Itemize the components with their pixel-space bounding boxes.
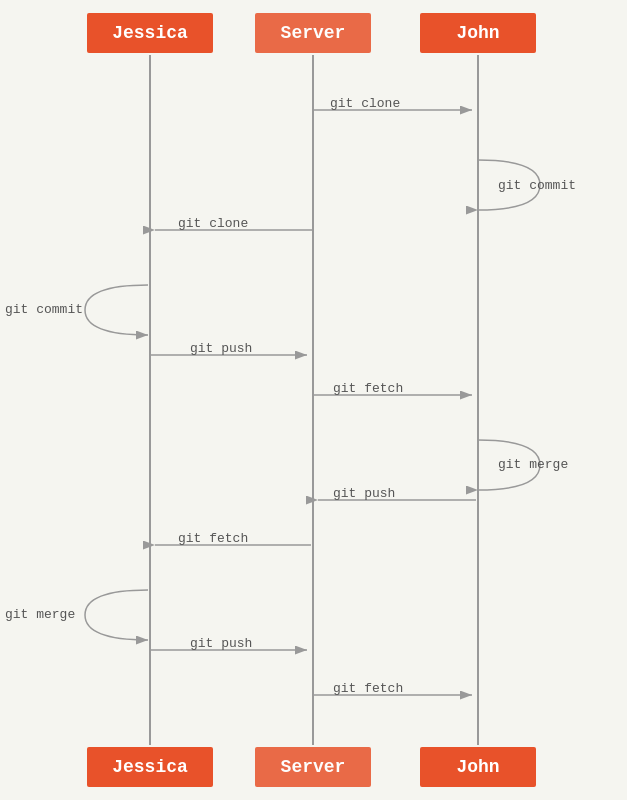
actor-server-bottom: Server: [255, 747, 371, 787]
actor-server-top: Server: [255, 13, 371, 53]
label-a4: git commit: [5, 302, 83, 317]
lifeline-jessica: [149, 55, 151, 745]
lifeline-john: [477, 55, 479, 745]
actor-john-bottom: John: [420, 747, 536, 787]
label-a8: git push: [333, 486, 395, 501]
label-a5: git push: [190, 341, 252, 356]
label-a3: git clone: [178, 216, 248, 231]
actor-john-top: John: [420, 13, 536, 53]
label-a9: git fetch: [178, 531, 248, 546]
label-a6: git fetch: [333, 381, 403, 396]
label-a2: git commit: [498, 178, 576, 193]
label-a11: git push: [190, 636, 252, 651]
lifeline-server: [312, 55, 314, 745]
actor-jessica-top: Jessica: [87, 13, 213, 53]
actor-jessica-bottom: Jessica: [87, 747, 213, 787]
label-a1: git clone: [330, 96, 400, 111]
label-a10: git merge: [5, 607, 75, 622]
label-a12: git fetch: [333, 681, 403, 696]
diagram-container: Jessica Server John Jessica Server John: [0, 0, 627, 800]
label-a7: git merge: [498, 457, 568, 472]
